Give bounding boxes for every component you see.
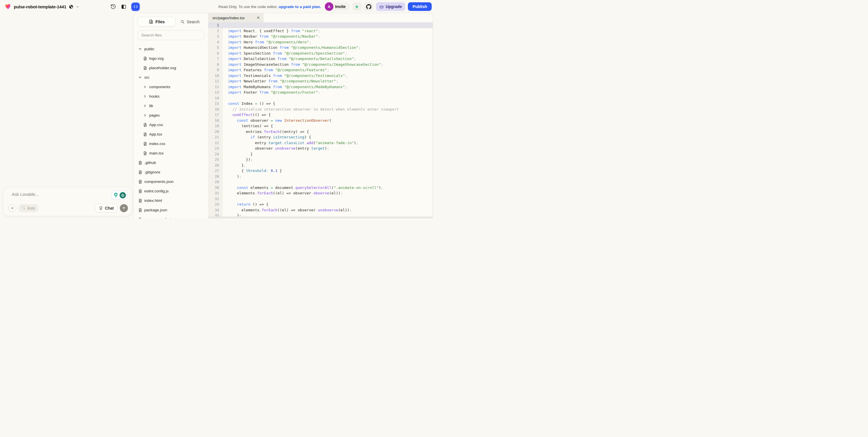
invite-button[interactable]: Invite xyxy=(331,2,350,11)
line-number: 31 xyxy=(208,190,223,196)
toggle-sidebar-button[interactable] xyxy=(121,4,126,9)
code-line-30: 30 const elements = document.querySelect… xyxy=(208,185,433,191)
upgrade-button[interactable]: Upgrade xyxy=(376,2,406,11)
code-line-text: observer.unobserve(entry.target); xyxy=(223,145,329,151)
github-icon xyxy=(366,4,371,9)
code-line-text: const Index = () => { xyxy=(223,101,275,106)
tab-files[interactable]: Files xyxy=(138,16,176,27)
project-title[interactable]: pulse-robot-template-1441 xyxy=(14,4,66,9)
history-button[interactable] xyxy=(111,4,116,9)
tree-item-src[interactable]: src xyxy=(134,73,208,82)
code-line-21: 21 if (entry.isIntersecting) { xyxy=(208,134,433,140)
tree-item-label: logo.svg xyxy=(149,56,163,61)
code-line-14: 14 xyxy=(208,95,433,101)
code-line-text: }, xyxy=(223,163,246,168)
tree-item-lib[interactable]: lib xyxy=(134,101,208,110)
file-icon xyxy=(138,189,142,193)
code-line-text: import DetailsSection from "@/components… xyxy=(223,56,356,62)
code-line-31: 31 elements.forEach((el) => observer.obs… xyxy=(208,190,433,196)
code-line-text: import Newsletter from "@/components/New… xyxy=(223,78,338,84)
line-number: 28 xyxy=(208,174,223,179)
line-number: 35 xyxy=(208,213,223,216)
tree-item--github[interactable]: .github xyxy=(134,158,208,167)
grammarly-icon: G xyxy=(120,192,126,198)
horizontal-scrollbar[interactable] xyxy=(208,216,433,218)
code-line-29: 29 xyxy=(208,179,433,185)
search-files-input[interactable] xyxy=(138,30,204,40)
tree-item--gitignore[interactable]: .gitignore xyxy=(134,167,208,177)
tree-item-main-tsx[interactable]: main.tsx xyxy=(134,148,208,158)
close-tab-icon[interactable]: × xyxy=(256,15,260,20)
code-line-text: const observer = new IntersectionObserve… xyxy=(223,118,331,124)
tree-item-label: src xyxy=(144,75,150,79)
tab-search[interactable]: Search xyxy=(176,20,204,24)
file-icon xyxy=(138,208,142,212)
line-number: 15 xyxy=(208,101,223,106)
tree-item-label: main.tsx xyxy=(149,151,163,155)
code-line-text: entries.forEach((entry) => { xyxy=(223,129,309,135)
line-number: 10 xyxy=(208,73,223,79)
tree-item-package-json[interactable]: package.json xyxy=(134,205,208,215)
chat-mode-button[interactable]: Chat xyxy=(95,204,118,212)
tree-item-components[interactable]: components xyxy=(134,82,208,92)
crown-icon xyxy=(379,5,384,9)
chevron-down-icon[interactable] xyxy=(76,5,79,8)
tree-item-hooks[interactable]: hooks xyxy=(134,92,208,101)
code-line-text: import Features from "@/components/Featu… xyxy=(223,67,329,73)
user-avatar[interactable]: A xyxy=(325,2,333,11)
file-icon xyxy=(143,123,147,127)
add-attachment-button[interactable]: + xyxy=(8,204,17,212)
code-line-2: 2import React, { useEffect } from "react… xyxy=(208,28,433,34)
tree-item-components-json[interactable]: components.json xyxy=(134,177,208,186)
tree-item-eslint-config-js[interactable]: eslint.config.js xyxy=(134,186,208,196)
code-line-text: import ImageShowcaseSection from "@/comp… xyxy=(223,62,383,67)
code-line-15: 15const Index = () => { xyxy=(208,101,433,106)
code-line-1: 1 xyxy=(208,23,433,28)
send-message-button[interactable] xyxy=(120,204,128,212)
tree-item-postcss-config-js[interactable]: postcss.config.js xyxy=(134,215,208,218)
code-line-text: import MadeByHumans from "@/components/M… xyxy=(223,84,347,90)
chevron-down-icon xyxy=(138,47,142,51)
tree-item-app-tsx[interactable]: App.tsx xyxy=(134,130,208,139)
code-line-text: } xyxy=(223,151,253,157)
tree-item-logo-svg[interactable]: logo.svg xyxy=(134,54,208,63)
tree-item-index-css[interactable]: index.css xyxy=(134,139,208,148)
tree-item-app-css[interactable]: App.css xyxy=(134,120,208,130)
editor-tab-title: src/pages/Index.tsx xyxy=(212,16,245,20)
lightbulb-icon xyxy=(99,206,103,210)
code-content[interactable]: 12import React, { useEffect } from "reac… xyxy=(208,23,433,216)
arrow-up-icon xyxy=(122,206,126,210)
code-editor: src/pages/Index.tsx × 12import React, { … xyxy=(208,13,433,218)
code-view-toggle-button[interactable] xyxy=(131,3,140,11)
line-number: 2 xyxy=(208,28,223,34)
tree-item-pages[interactable]: pages xyxy=(134,110,208,120)
file-search-icon xyxy=(149,20,153,24)
code-line-3: 3import Navbar from "@/components/Navbar… xyxy=(208,34,433,39)
tree-item-index-html[interactable]: index.html xyxy=(134,196,208,205)
file-tree: publiclogo.svgplaceholder.svgsrccomponen… xyxy=(134,44,208,218)
tree-item-label: .github xyxy=(144,161,156,165)
line-number: 3 xyxy=(208,34,223,39)
code-line-23: 23 observer.unobserve(entry.target); xyxy=(208,145,433,151)
code-line-text: import React, { useEffect } from "react"… xyxy=(223,28,320,34)
line-number: 33 xyxy=(208,202,223,207)
publish-button[interactable]: Publish xyxy=(408,2,432,11)
tree-item-label: index.css xyxy=(149,141,165,146)
tree-item-placeholder-svg[interactable]: placeholder.svg xyxy=(134,63,208,73)
code-line-7: 7import DetailsSection from "@/component… xyxy=(208,56,433,62)
line-number: 20 xyxy=(208,129,223,135)
tree-item-public[interactable]: public xyxy=(134,44,208,54)
chat-composer: Ask Lovable... G + xyxy=(3,187,132,216)
globe-icon xyxy=(69,5,73,9)
code-line-25: 25 }); xyxy=(208,157,433,163)
editor-tab-index-tsx[interactable]: src/pages/Index.tsx × xyxy=(208,13,264,23)
code-line-22: 22 entry.target.classList.add("animate-f… xyxy=(208,140,433,146)
line-number: 18 xyxy=(208,118,223,124)
edit-mode-button[interactable]: Edit xyxy=(19,204,38,212)
github-button[interactable] xyxy=(364,2,373,11)
chat-input[interactable]: Ask Lovable... xyxy=(12,192,39,197)
code-line-18: 18 const observer = new IntersectionObse… xyxy=(208,118,433,124)
upgrade-plan-link[interactable]: upgrade to a paid plan. xyxy=(279,5,321,9)
file-icon xyxy=(138,180,142,184)
supabase-button[interactable] xyxy=(352,2,362,11)
